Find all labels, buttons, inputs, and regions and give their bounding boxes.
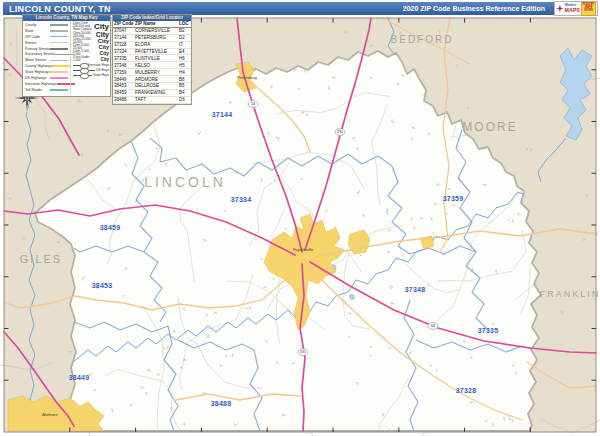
legend-item-label: State Highways [25,70,50,74]
legend-item-label: State [25,29,33,33]
legend-item-label: Interstate Highways [25,82,57,86]
zip-index-table: ZIP Code Index/Grid Locator ZIP CodeZIP … [112,14,192,105]
zip-table-row: 37359MULBERRYH4 [113,69,191,76]
zip-name-cell: TAFT [135,97,179,102]
legend-shield-label: Interstate Hwys [88,63,109,67]
zip-table-column-header: ZIP Code [114,21,135,26]
zip-table-row: 37348KELSOH5 [113,62,191,69]
legend-item-label: US Highways [25,76,47,80]
zip-code-cell: 37348 [114,63,135,68]
legend-line-swatch [50,42,68,43]
zip-table-row: 37047CORNERSVILLEB2 [113,28,191,35]
zip-table-row: 38453DELLROSEB5 [113,83,191,90]
zip-name-cell: MULBERRY [135,70,179,75]
zip-name-cell: ARDMORE [135,77,179,82]
pond [350,295,355,300]
zip-table-row: 37335FLINTVILLEH6 [113,55,191,62]
svg-text:231: 231 [337,130,343,134]
grid-loc-cell: H4 [179,70,190,75]
legend-item-label: County [25,23,36,27]
legend-city-sample: City [100,57,109,62]
zip-table-row: 37334FAYETTEVILLEE4 [113,49,191,56]
zip-table-title: ZIP Code Index/Grid Locator [113,15,191,21]
route-shield: 50 [248,101,258,108]
legend-city-sample: City [94,22,109,31]
highway-shield-icon [80,73,89,79]
legend-city-row: Cities Over 250,000 and State CapitalsCi… [71,22,111,31]
legend-city-sample: City [100,50,109,56]
logo-badge: SOLD BY MAPS STORE [581,2,596,16]
legend-item-label: Streets [25,41,36,45]
legend-item-label: Toll Roads [25,88,42,92]
legend-line-swatch [53,65,71,67]
zip-name-cell: KELSO [135,63,179,68]
zip-name-cell: DELLROSE [135,83,179,88]
logo-brand-text: Market MAPS [565,4,580,13]
legend-item-label: County Highways [25,64,53,68]
grid-loc-cell: E4 [179,49,190,54]
legend-line-swatch [50,89,68,91]
grid-loc-cell: I7 [179,42,190,47]
zip-table-row: 37328ELORAI7 [113,42,191,49]
legend-item-label: Primary Streets [25,47,50,51]
grid-loc-cell: B2 [179,28,190,33]
svg-text:64: 64 [431,324,435,328]
grid-loc-cell: D2 [179,35,190,40]
legend-line-swatch [50,48,68,50]
grid-loc-cell: B4 [179,90,190,95]
zip-code-cell: 37144 [114,35,135,40]
zip-table-column-header: LOC [179,21,190,26]
zip-name-cell: FLINTVILLE [135,56,179,61]
legend-line-swatch [50,24,68,26]
legend-shield-label: US Hwys [96,68,109,72]
legend-item-label: ZIP Code [25,35,40,39]
legend-line-swatch [50,77,68,79]
grid-loc-cell: D6 [179,97,190,102]
legend-city-row: Cities Under 1,000City [71,56,111,62]
legend-shield-row: State Hwys [71,72,111,77]
legend-line-swatch [50,30,68,32]
zip-table-row: 38488TAFTD6 [113,97,191,104]
zip-name-cell: CORNERSVILLE [135,28,179,33]
svg-text:50: 50 [251,102,255,106]
page: LINCOLN COUNTY, TN 2020 ZIP Code Busines… [0,0,600,436]
brand-logo: Market MAPS SOLD BY MAPS STORE [554,1,598,16]
zip-code-cell: 37328 [114,42,135,47]
grid-loc-cell: B5 [179,83,190,88]
zip-table-row: 38459FRANKEWINGB4 [113,90,191,97]
route-shield: 231 [335,129,345,136]
legend-line-swatch [50,71,68,73]
grid-loc-cell: H5 [179,63,190,68]
zip-code-cell: 37047 [114,28,135,33]
zip-name-cell: FAYETTEVILLE [135,49,179,54]
zip-code-cell: 37334 [114,49,135,54]
zip-code-cell: 38453 [114,83,135,88]
zip-table-column-header: ZIP Name [135,21,179,26]
zip-code-cell: 37335 [114,56,135,61]
zip-code-cell: 38449 [114,77,135,82]
logo-star-icon [556,4,564,13]
grid-loc-cell: B8 [179,77,190,82]
zip-table-header: ZIP CodeZIP NameLOC [113,21,191,28]
grid-loc-cell: H6 [179,56,190,61]
legend-item-label: Secondary Streets [25,52,55,56]
legend-panel: Lincoln County, TN Map Key CountyStateZI… [22,14,111,97]
route-shield: 431 [298,349,308,356]
zip-name-cell: PETERSBURG [135,35,179,40]
legend-line-swatch [50,60,68,61]
legend-city-label: Cities Under 1,000 [73,56,97,62]
legend-line-swatch [50,36,68,37]
legend-item-label: Minor Streets [25,58,46,62]
legend-shield-label: State Hwys [93,73,109,77]
route-shield: 64 [428,323,438,330]
zip-table-row: 37144PETERSBURGD2 [113,35,191,42]
zip-table-row: 38449ARDMOREB8 [113,76,191,83]
legend-row: Toll Roads [23,87,70,93]
legend-city-label: Cities Over 250,000 and State Capitals [73,22,94,31]
zip-name-cell: ELORA [135,42,179,47]
zip-code-cell: 37359 [114,70,135,75]
zip-code-cell: 38459 [114,90,135,95]
zip-code-cell: 38488 [114,97,135,102]
svg-text:431: 431 [300,350,306,354]
zip-name-cell: FRANKEWING [135,90,179,95]
